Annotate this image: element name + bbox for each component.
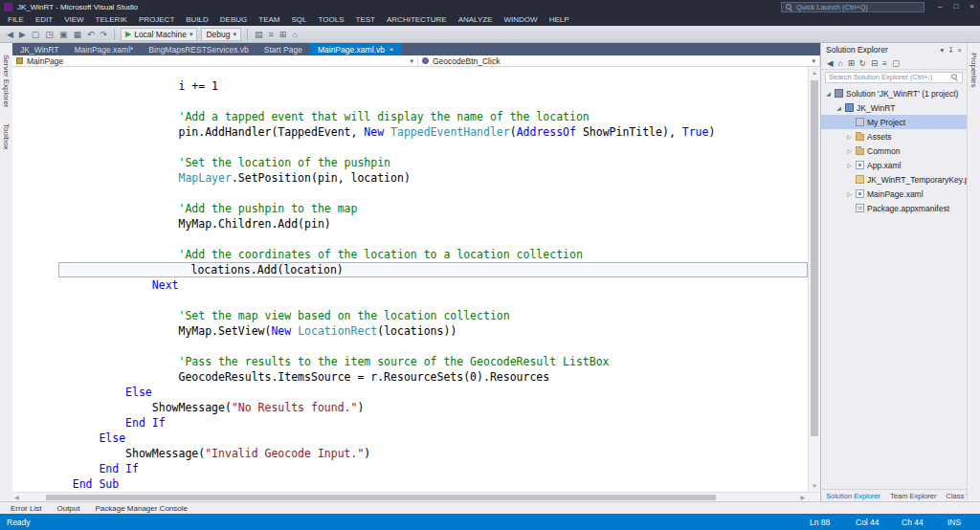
code-line[interactable] xyxy=(46,186,808,201)
tab-start-page[interactable]: Start Page xyxy=(256,43,310,55)
dock-tab-toolbox[interactable]: Toolbox xyxy=(2,123,11,150)
code-line[interactable]: End Sub xyxy=(46,476,808,492)
scroll-left-icon[interactable]: ◀ xyxy=(12,493,21,502)
back-icon[interactable]: ◀ xyxy=(825,58,835,68)
title-bar[interactable]: JK_WinRT - Microsoft Visual Studio –□× xyxy=(0,0,980,13)
quick-launch-input[interactable] xyxy=(793,3,921,11)
solution-explorer-header[interactable]: Solution Explorer ▾↧× xyxy=(821,43,967,56)
expander-expanded-icon[interactable]: ◢ xyxy=(835,104,842,111)
tab-mainpage-xaml[interactable]: MainPage.xaml* xyxy=(66,43,141,55)
tree-item-mainpage-xaml[interactable]: ▷MainPage.xaml xyxy=(821,187,967,201)
redo-icon[interactable]: ↷ xyxy=(97,27,110,42)
menu-sql[interactable]: SQL xyxy=(286,13,313,26)
refresh-icon[interactable]: ↻ xyxy=(858,58,868,68)
tree-item-my-project[interactable]: My Project xyxy=(821,115,967,129)
scroll-up-icon[interactable]: ▲ xyxy=(809,67,820,78)
menu-analyze[interactable]: ANALYZE xyxy=(453,13,499,26)
code-line[interactable]: End If xyxy=(46,415,808,431)
tree-item-common[interactable]: ▷Common xyxy=(821,144,967,158)
tree-item-assets[interactable]: ▷Assets xyxy=(821,129,967,144)
save-icon[interactable]: ▣ xyxy=(56,27,71,42)
scroll-down-icon[interactable]: ▼ xyxy=(809,480,820,492)
menu-team[interactable]: TEAM xyxy=(253,13,285,26)
dock-tab-properties[interactable]: Properties xyxy=(969,53,978,87)
toolbox-icon[interactable]: ⊞ xyxy=(277,27,290,42)
restore-icon[interactable]: □ xyxy=(947,0,964,13)
new-file-icon[interactable]: ▢ xyxy=(29,27,43,42)
menu-window[interactable]: WINDOW xyxy=(499,13,544,26)
code-line[interactable]: 'Set the location of the pushpin xyxy=(46,155,808,170)
open-file-icon[interactable]: ◳ xyxy=(42,27,56,42)
properties-window-icon[interactable]: ≡ xyxy=(266,27,277,42)
undo-icon[interactable]: ↶ xyxy=(84,27,98,42)
menu-debug[interactable]: DEBUG xyxy=(214,13,253,26)
scroll-right-icon[interactable]: ▶ xyxy=(798,493,807,502)
start-debug-button[interactable]: ▶ Local Machine ▾ xyxy=(121,28,197,41)
code-line[interactable] xyxy=(46,293,808,308)
code-line[interactable] xyxy=(46,140,808,155)
code-line[interactable]: 'Set the map view based on the location … xyxy=(46,308,808,323)
code-line[interactable]: MyMap.Children.Add(pin) xyxy=(46,216,808,232)
menu-file[interactable]: FILE xyxy=(2,13,30,26)
tab-jk-winrt[interactable]: JK_WinRT xyxy=(12,43,66,55)
code-line[interactable]: End If xyxy=(46,461,808,476)
menu-help[interactable]: HELP xyxy=(544,13,575,26)
solution-explorer-icon[interactable]: ▤ xyxy=(252,27,266,42)
menu-edit[interactable]: EDIT xyxy=(30,13,58,26)
menu-build[interactable]: BUILD xyxy=(180,13,214,26)
menu-tools[interactable]: TOOLS xyxy=(313,13,350,26)
close-icon[interactable]: × xyxy=(964,0,980,13)
code-line[interactable]: Else xyxy=(46,431,808,446)
show-all-files-icon[interactable]: ⊞ xyxy=(846,58,857,68)
menu-project[interactable]: PROJECT xyxy=(133,13,180,26)
dock-tab-server-explorer[interactable]: Server Explorer xyxy=(2,55,11,108)
menu-architecture[interactable]: ARCHITECTURE xyxy=(381,13,453,26)
code-line[interactable] xyxy=(46,339,808,354)
code-line[interactable]: pin.AddHandler(TappedEvent, New TappedEv… xyxy=(46,124,808,140)
code-line[interactable] xyxy=(46,94,808,109)
code-line-current[interactable]: locations.Add(location) xyxy=(58,262,808,277)
expander-expanded-icon[interactable]: ◢ xyxy=(825,90,832,97)
code-line[interactable]: Else xyxy=(46,385,808,400)
code-line[interactable]: 'Add the coordinates of the location to … xyxy=(46,247,808,262)
expander-collapsed-icon[interactable]: ▷ xyxy=(846,133,853,140)
expander-collapsed-icon[interactable]: ▷ xyxy=(846,190,853,197)
quick-launch-box[interactable] xyxy=(781,2,924,12)
menu-view[interactable]: VIEW xyxy=(58,13,89,26)
expander-collapsed-icon[interactable]: ▷ xyxy=(846,147,853,154)
menu-test[interactable]: TEST xyxy=(350,13,381,26)
expander-collapsed-icon[interactable]: ▷ xyxy=(846,162,853,168)
collapse-all-icon[interactable]: ⊟ xyxy=(869,58,880,68)
configuration-dropdown[interactable]: Debug ▾ xyxy=(201,28,241,41)
tree-item-solution-jk-winrt-1-project[interactable]: ◢Solution 'JK_WinRT' (1 project) xyxy=(821,86,967,100)
code-line[interactable]: 'Add the pushpin to the map xyxy=(46,201,808,216)
close-icon[interactable]: × xyxy=(956,46,964,55)
dock-tab-error-list[interactable]: Error List xyxy=(3,502,49,515)
pin-icon[interactable]: ↧ xyxy=(946,46,955,55)
properties-icon[interactable]: ≡ xyxy=(880,58,889,68)
code-line[interactable]: 'Pass the results to the item source of … xyxy=(46,354,808,369)
code-line[interactable]: MyMap.SetView(New LocationRect(locations… xyxy=(46,323,808,339)
editor-vertical-scrollbar[interactable]: ▲ ▼ xyxy=(808,67,820,492)
tab-bingmapsrestservices-vb[interactable]: BingMapsRESTServices.vb xyxy=(141,43,256,55)
code-line[interactable]: ShowMessage("Invalid Geocode Input.") xyxy=(46,446,808,461)
horizontal-scrollbar-thumb[interactable] xyxy=(46,495,716,500)
members-dropdown[interactable]: GeocodeBtn_Click ▾ xyxy=(418,55,820,66)
tree-item-jk-winrt[interactable]: ◢JK_WinRT xyxy=(821,100,967,115)
code-line[interactable]: 'Add a tapped event that will display th… xyxy=(46,109,808,124)
menu-telerik[interactable]: TELERIK xyxy=(90,13,133,26)
tree-item-package-appxmanifest[interactable]: Package.appxmanifest xyxy=(821,201,967,215)
code-line[interactable]: i += 1 xyxy=(46,78,808,94)
preview-icon[interactable]: ▢ xyxy=(890,58,902,68)
home-icon[interactable]: ⌂ xyxy=(836,58,845,68)
tree-item-app-xaml[interactable]: ▷App.xaml xyxy=(821,158,967,172)
code-editor[interactable]: i += 1 'Add a tapped event that will dis… xyxy=(12,67,820,492)
back-icon[interactable]: ◀ xyxy=(4,27,16,42)
close-icon[interactable]: × xyxy=(390,45,394,54)
solution-explorer-search[interactable] xyxy=(821,70,967,84)
minimize-icon[interactable]: – xyxy=(932,0,947,13)
panel-tab-team-explorer[interactable]: Team Explorer xyxy=(885,490,941,502)
code-line[interactable]: Next xyxy=(46,277,808,293)
panel-tab-solution-explorer[interactable]: Solution Explorer xyxy=(821,490,885,502)
solution-search-input[interactable] xyxy=(829,73,950,81)
